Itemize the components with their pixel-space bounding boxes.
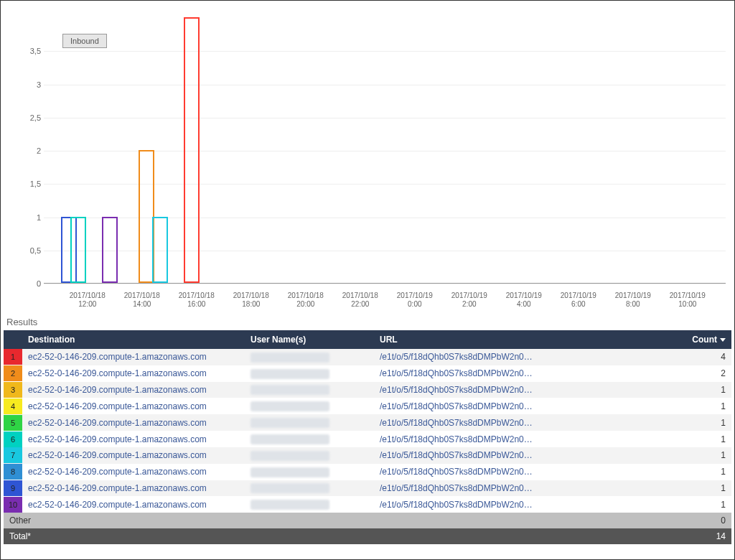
chart-bar[interactable]	[70, 217, 86, 284]
table-row[interactable]: 1ec2-52-0-146-209.compute-1.amazonaws.co…	[4, 349, 731, 365]
url-cell: /e1t/o/5/f18dQhb0S7ks8dDMPbW2n0…	[374, 447, 674, 464]
user-redacted	[251, 369, 329, 379]
sort-desc-icon	[720, 338, 726, 342]
table-body: 1ec2-52-0-146-209.compute-1.amazonaws.co…	[4, 349, 731, 513]
count-cell: 1	[674, 398, 731, 414]
user-redacted	[251, 401, 329, 411]
url-link[interactable]: /e1t/o/5/f18dQhb0S7ks8dDMPbW2n0…	[380, 401, 533, 411]
destination-link[interactable]: ec2-52-0-146-209.compute-1.amazonaws.com	[28, 401, 207, 411]
user-cell	[245, 349, 374, 365]
count-cell: 4	[674, 349, 731, 365]
destination-link[interactable]: ec2-52-0-146-209.compute-1.amazonaws.com	[28, 467, 207, 477]
x-tick-label: 2017/10/1818:00	[224, 291, 278, 309]
destination-link[interactable]: ec2-52-0-146-209.compute-1.amazonaws.com	[28, 434, 207, 444]
table-row[interactable]: 5ec2-52-0-146-209.compute-1.amazonaws.co…	[4, 414, 731, 431]
url-link[interactable]: /e1t/o/5/f18dQhb0S7ks8dDMPbW2n0…	[380, 434, 533, 444]
destination-cell: ec2-52-0-146-209.compute-1.amazonaws.com	[22, 349, 245, 365]
url-link[interactable]: /e1t/o/5/f18dQhb0S7ks8dDMPbW2n0…	[380, 450, 533, 460]
user-redacted	[251, 353, 329, 363]
destination-link[interactable]: ec2-52-0-146-209.compute-1.amazonaws.com	[28, 385, 207, 395]
gridline	[44, 85, 726, 85]
url-link[interactable]: /e1t/o/5/f18dQhb0S7ks8dDMPbW2n0…	[380, 483, 533, 493]
row-index-label: 5	[4, 415, 22, 431]
url-link[interactable]: /e1t/o/5/f18dQhb0S7ks8dDMPbW2n0…	[380, 500, 533, 510]
url-cell: /e1t/o/5/f18dQhb0S7ks8dDMPbW2n0…	[374, 382, 674, 398]
row-index-label: 9	[4, 480, 22, 496]
header-user[interactable]: User Name(s)	[245, 330, 374, 349]
url-link[interactable]: /e1t/o/5/f18dQhb0S7ks8dDMPbW2n0…	[380, 385, 533, 395]
url-link[interactable]: /e1t/o/5/f18dQhb0S7ks8dDMPbW2n0…	[380, 352, 533, 362]
user-cell	[245, 365, 374, 382]
header-count[interactable]: Count	[674, 330, 731, 349]
count-cell: 1	[674, 464, 731, 480]
count-cell: 1	[674, 431, 731, 447]
user-redacted	[251, 483, 329, 493]
row-index-label: 3	[4, 382, 22, 398]
x-tick-label: 2017/10/1816:00	[169, 291, 224, 309]
header-destination-label: Destination	[28, 335, 75, 345]
user-redacted	[251, 451, 329, 461]
results-heading: Results	[4, 312, 731, 330]
chart-bar[interactable]	[184, 17, 200, 283]
url-link[interactable]: /e1t/o/5/f18dQhb0S7ks8dDMPbW2n0…	[380, 368, 533, 378]
y-tick-label: 3,5	[9, 47, 41, 55]
x-tick-label: 2017/10/190:00	[388, 291, 442, 309]
destination-link[interactable]: ec2-52-0-146-209.compute-1.amazonaws.com	[28, 500, 207, 510]
x-tick-label: 2017/10/1814:00	[115, 291, 169, 309]
row-index-swatch: 4	[4, 398, 22, 414]
y-tick-label: 0	[9, 279, 41, 288]
url-cell: /e1t/o/5/f18dQhb0S7ks8dDMPbW2n0…	[374, 414, 674, 431]
chart-area: Inbound 00,511,522,533,52017/10/1812:002…	[4, 4, 731, 312]
gridline	[44, 51, 726, 52]
table-row[interactable]: 7ec2-52-0-146-209.compute-1.amazonaws.co…	[4, 447, 731, 464]
x-tick-label: 2017/10/1820:00	[278, 291, 333, 309]
user-redacted	[251, 434, 329, 444]
destination-cell: ec2-52-0-146-209.compute-1.amazonaws.com	[22, 496, 245, 513]
header-count-label: Count	[692, 335, 717, 345]
x-tick-label: 2017/10/1822:00	[333, 291, 388, 309]
destination-cell: ec2-52-0-146-209.compute-1.amazonaws.com	[22, 464, 245, 480]
destination-cell: ec2-52-0-146-209.compute-1.amazonaws.com	[22, 480, 245, 497]
row-index-swatch: 3	[4, 382, 22, 398]
x-tick-label: 2017/10/198:00	[606, 291, 660, 309]
table-row[interactable]: 10ec2-52-0-146-209.compute-1.amazonaws.c…	[4, 496, 731, 513]
table-row[interactable]: 4ec2-52-0-146-209.compute-1.amazonaws.co…	[4, 398, 731, 414]
total-count: 14	[674, 528, 731, 544]
url-link[interactable]: /e1t/o/5/f18dQhb0S7ks8dDMPbW2n0…	[380, 418, 533, 428]
chart-bar[interactable]	[102, 217, 118, 284]
row-index-label: 2	[4, 365, 22, 381]
other-row[interactable]: Other 0	[4, 513, 731, 528]
user-cell	[245, 431, 374, 447]
destination-link[interactable]: ec2-52-0-146-209.compute-1.amazonaws.com	[28, 418, 207, 428]
gridline	[44, 284, 726, 284]
y-tick-label: 1,5	[9, 179, 41, 188]
other-label: Other	[4, 513, 674, 528]
destination-cell: ec2-52-0-146-209.compute-1.amazonaws.com	[22, 431, 245, 447]
row-index-label: 8	[4, 464, 22, 480]
destination-cell: ec2-52-0-146-209.compute-1.amazonaws.com	[22, 365, 245, 382]
table-row[interactable]: 9ec2-52-0-146-209.compute-1.amazonaws.co…	[4, 480, 731, 497]
header-destination[interactable]: Destination	[22, 330, 245, 349]
chart-bar[interactable]	[152, 217, 168, 284]
user-cell	[245, 496, 374, 513]
destination-link[interactable]: ec2-52-0-146-209.compute-1.amazonaws.com	[28, 450, 207, 460]
url-link[interactable]: /e1t/o/5/f18dQhb0S7ks8dDMPbW2n0…	[380, 467, 533, 477]
table-row[interactable]: 2ec2-52-0-146-209.compute-1.amazonaws.co…	[4, 365, 731, 382]
table-row[interactable]: 8ec2-52-0-146-209.compute-1.amazonaws.co…	[4, 464, 731, 480]
header-url[interactable]: URL	[374, 330, 674, 349]
user-cell	[245, 464, 374, 480]
row-index-swatch: 5	[4, 414, 22, 431]
url-cell: /e1t/o/5/f18dQhb0S7ks8dDMPbW2n0…	[374, 480, 674, 497]
destination-link[interactable]: ec2-52-0-146-209.compute-1.amazonaws.com	[28, 368, 207, 378]
other-count: 0	[674, 513, 731, 528]
count-cell: 1	[674, 480, 731, 497]
x-tick-label: 2017/10/194:00	[497, 291, 551, 309]
destination-link[interactable]: ec2-52-0-146-209.compute-1.amazonaws.com	[28, 352, 207, 362]
table-row[interactable]: 6ec2-52-0-146-209.compute-1.amazonaws.co…	[4, 431, 731, 447]
x-tick-label: 2017/10/1812:00	[60, 291, 115, 309]
destination-link[interactable]: ec2-52-0-146-209.compute-1.amazonaws.com	[28, 483, 207, 493]
chart-legend[interactable]: Inbound	[62, 34, 107, 48]
row-index-swatch: 9	[4, 480, 22, 497]
table-row[interactable]: 3ec2-52-0-146-209.compute-1.amazonaws.co…	[4, 382, 731, 398]
user-redacted	[251, 385, 329, 395]
